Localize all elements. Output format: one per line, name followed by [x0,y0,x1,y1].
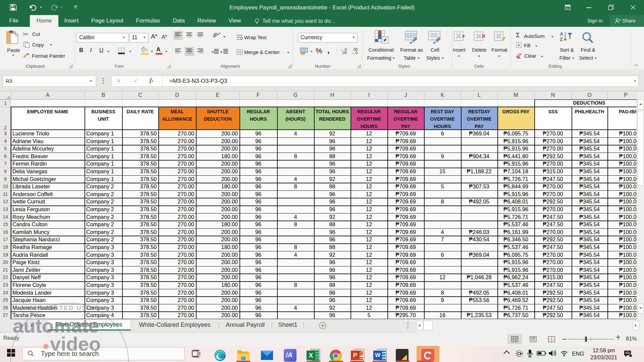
svg-text:A: A [560,31,563,37]
svg-text:Z: Z [560,37,563,42]
